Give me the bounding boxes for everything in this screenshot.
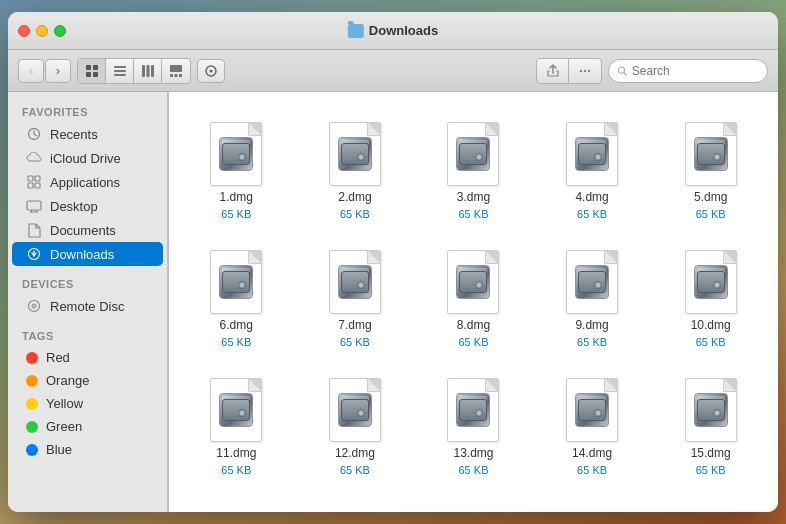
svg-rect-0: [86, 65, 91, 70]
close-button[interactable]: [18, 25, 30, 37]
file-size: 65 KB: [221, 208, 251, 220]
svg-rect-23: [35, 176, 40, 181]
sidebar-item-label: Remote Disc: [50, 299, 124, 314]
hdd-body: [341, 143, 369, 165]
dmg-icon: [219, 393, 253, 427]
file-item[interactable]: 15.dmg 65 KB: [653, 364, 768, 482]
file-item[interactable]: 12.dmg 65 KB: [298, 364, 413, 482]
dmg-icon: [456, 137, 490, 171]
back-button[interactable]: ‹: [18, 59, 44, 83]
forward-button[interactable]: ›: [45, 59, 71, 83]
hdd-body: [578, 143, 606, 165]
column-view-button[interactable]: [134, 59, 162, 83]
hdd-body: [222, 143, 250, 165]
view-switcher: [77, 58, 191, 84]
file-name: 12.dmg: [335, 446, 375, 460]
file-item[interactable]: 7.dmg 65 KB: [298, 236, 413, 354]
file-name: 11.dmg: [216, 446, 256, 460]
file-icon: [441, 242, 505, 314]
hdd-body: [341, 399, 369, 421]
sidebar-item-tag-red[interactable]: Red: [12, 346, 163, 369]
tag-orange-dot: [26, 375, 38, 387]
disc-icon: [26, 298, 42, 314]
file-item[interactable]: 9.dmg 65 KB: [535, 236, 650, 354]
list-view-button[interactable]: [106, 59, 134, 83]
doc-page: [329, 378, 381, 442]
sidebar-item-label: Yellow: [46, 396, 83, 411]
file-icon: [204, 114, 268, 186]
search-icon: [617, 65, 628, 77]
dmg-icon: [219, 137, 253, 171]
desktop-icon: [26, 198, 42, 214]
sidebar-item-recents[interactable]: Recents: [12, 122, 163, 146]
doc-page: [210, 122, 262, 186]
sidebar-item-icloud[interactable]: iCloud Drive: [12, 146, 163, 170]
search-input[interactable]: [632, 64, 759, 78]
sidebar-item-label: Applications: [50, 175, 120, 190]
file-icon: [679, 114, 743, 186]
hdd-body: [578, 399, 606, 421]
file-item[interactable]: 5.dmg 65 KB: [653, 108, 768, 226]
hdd-body: [222, 271, 250, 293]
sidebar-item-label: Red: [46, 350, 70, 365]
file-name: 4.dmg: [575, 190, 608, 204]
svg-rect-9: [151, 65, 154, 77]
sidebar-item-tag-orange[interactable]: Orange: [12, 369, 163, 392]
sidebar-item-label: Desktop: [50, 199, 98, 214]
arrange-button[interactable]: [197, 59, 225, 83]
devices-label: Devices: [8, 274, 167, 294]
share-button[interactable]: [537, 59, 569, 83]
file-item[interactable]: 3.dmg 65 KB: [416, 108, 531, 226]
hdd-body: [697, 399, 725, 421]
file-item[interactable]: 6.dmg 65 KB: [179, 236, 294, 354]
search-box[interactable]: [608, 59, 768, 83]
file-size: 65 KB: [459, 336, 489, 348]
file-item[interactable]: 2.dmg 65 KB: [298, 108, 413, 226]
svg-rect-12: [175, 74, 178, 77]
dmg-icon: [219, 265, 253, 299]
sidebar-item-tag-green[interactable]: Green: [12, 415, 163, 438]
action-button[interactable]: [569, 59, 601, 83]
file-icon: [441, 370, 505, 442]
sidebar-item-downloads[interactable]: Downloads: [12, 242, 163, 266]
hdd-body: [697, 271, 725, 293]
file-size: 65 KB: [459, 208, 489, 220]
file-item[interactable]: 1.dmg 65 KB: [179, 108, 294, 226]
file-icon: [679, 370, 743, 442]
file-name: 14.dmg: [572, 446, 612, 460]
cloud-icon: [26, 150, 42, 166]
sidebar-item-tag-blue[interactable]: Blue: [12, 438, 163, 461]
file-size: 65 KB: [221, 464, 251, 476]
file-item[interactable]: 8.dmg 65 KB: [416, 236, 531, 354]
svg-rect-7: [142, 65, 145, 77]
svg-rect-8: [146, 65, 149, 77]
file-icon: [204, 242, 268, 314]
svg-rect-11: [170, 74, 173, 77]
sidebar-item-documents[interactable]: Documents: [12, 218, 163, 242]
file-icon: [441, 114, 505, 186]
doc-page: [685, 122, 737, 186]
fullscreen-button[interactable]: [54, 25, 66, 37]
dmg-icon: [694, 137, 728, 171]
hdd-body: [459, 271, 487, 293]
sidebar-item-remote-disc[interactable]: Remote Disc: [12, 294, 163, 318]
sidebar-item-desktop[interactable]: Desktop: [12, 194, 163, 218]
sidebar-item-tag-yellow[interactable]: Yellow: [12, 392, 163, 415]
svg-rect-6: [114, 74, 126, 76]
doc-page: [447, 378, 499, 442]
file-item[interactable]: 11.dmg 65 KB: [179, 364, 294, 482]
minimize-button[interactable]: [36, 25, 48, 37]
file-item[interactable]: 10.dmg 65 KB: [653, 236, 768, 354]
sidebar-item-applications[interactable]: Applications: [12, 170, 163, 194]
file-name: 10.dmg: [691, 318, 731, 332]
svg-rect-10: [170, 65, 182, 72]
file-size: 65 KB: [340, 336, 370, 348]
file-icon: [560, 242, 624, 314]
file-item[interactable]: 14.dmg 65 KB: [535, 364, 650, 482]
sidebar-item-label: Blue: [46, 442, 72, 457]
file-item[interactable]: 13.dmg 65 KB: [416, 364, 531, 482]
file-item[interactable]: 4.dmg 65 KB: [535, 108, 650, 226]
icon-view-button[interactable]: [78, 59, 106, 83]
gallery-view-button[interactable]: [162, 59, 190, 83]
dmg-icon: [456, 265, 490, 299]
